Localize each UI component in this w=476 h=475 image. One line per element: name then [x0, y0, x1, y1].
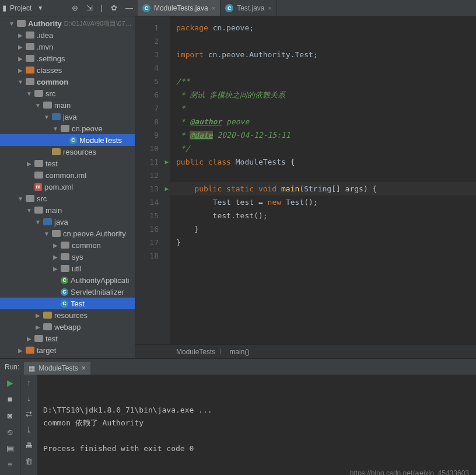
tree-node[interactable]: .mvn [0, 41, 135, 53]
tree-node[interactable]: src [0, 88, 135, 99]
tab-label: Test.java [237, 4, 264, 12]
tree-node[interactable]: main [0, 99, 135, 111]
tree-node[interactable]: cn.peove.Authority [0, 228, 135, 239]
tree-node[interactable]: sys [0, 251, 135, 263]
node-icon [26, 195, 34, 202]
tree-node[interactable]: CServletInitializer [0, 286, 135, 298]
layout-icon[interactable]: ▤ [6, 443, 14, 453]
close-icon[interactable]: × [268, 5, 272, 12]
node-icon: m [34, 183, 42, 191]
tree-node[interactable]: CTest [0, 298, 135, 309]
tree-node[interactable]: target [0, 344, 135, 356]
close-icon[interactable]: × [212, 5, 215, 12]
editor-tabs: CModuleTests.java×CTest.java× [138, 0, 476, 16]
down-icon[interactable]: ↓ [27, 394, 31, 403]
node-label: classes [37, 66, 62, 75]
gutter: 12345678910▶1112▶131415161718 [135, 16, 170, 344]
minimize-icon[interactable]: — [125, 4, 133, 12]
tree-node[interactable]: .settings [0, 53, 135, 64]
editor-tab[interactable]: CModuleTests.java× [138, 0, 220, 16]
node-icon: C [61, 300, 68, 308]
target-icon[interactable]: ⊕ [72, 4, 78, 12]
node-icon [43, 312, 52, 319]
more-icon[interactable]: ≡ [8, 460, 12, 469]
node-label: cn.peove.Authority [63, 229, 126, 238]
node-label: src [37, 194, 47, 203]
run-output[interactable]: D:\TTS10\jdk1.8.0_71\bin\java.exe ...com… [37, 375, 476, 475]
node-icon [61, 253, 69, 260]
tree-node[interactable]: mpom.xml [0, 181, 135, 193]
node-icon [26, 347, 34, 354]
class-icon: C [142, 4, 150, 12]
run-panel: Run: ▦ ModuleTests × ▶ ■ ◙ ⎋ ▤ ≡ ↑ ↓ ⇄ ⤓… [0, 358, 476, 475]
watermark: https://blog.csdn.net/weixin_45433603 [350, 467, 469, 475]
editor-tab[interactable]: CTest.java× [220, 0, 277, 16]
node-icon [61, 125, 69, 132]
node-icon [43, 218, 52, 225]
tree-node[interactable]: CModuleTests [0, 134, 135, 146]
tree-node[interactable]: common.iml [0, 169, 135, 181]
gear-icon[interactable]: ✿ [111, 4, 117, 12]
node-label: .idea [37, 31, 53, 40]
node-label: AuthorityApplicati [71, 276, 129, 285]
trash-icon[interactable]: 🗑 [25, 457, 33, 466]
close-icon[interactable]: × [82, 364, 86, 372]
tree-node[interactable]: classes [0, 64, 135, 76]
stop-icon[interactable]: ■ [8, 394, 12, 404]
tree-node[interactable]: test [0, 158, 135, 169]
node-label: .settings [37, 54, 65, 63]
tree-node[interactable]: main [0, 204, 135, 216]
breadcrumb-method[interactable]: main() [229, 348, 249, 356]
tree-node[interactable]: common [0, 239, 135, 251]
tree-node[interactable]: cn.peove [0, 123, 135, 134]
tree-node[interactable]: test [0, 333, 135, 344]
expand-icon[interactable]: ⇲ [86, 4, 93, 12]
project-label: Project [10, 4, 32, 12]
class-icon: C [225, 4, 233, 12]
project-header[interactable]: ▮ Project ▼ ⊕ ⇲ | ✿ — [2, 0, 138, 16]
code-editor[interactable]: package cn.peove; import cn.peove.Author… [170, 16, 476, 344]
node-icon [34, 207, 43, 214]
node-label: ServletInitializer [71, 288, 124, 296]
node-label: java [54, 218, 68, 226]
tree-node[interactable]: common [0, 76, 135, 88]
wrap-icon[interactable]: ⇄ [26, 410, 32, 418]
tree-node[interactable]: util [0, 263, 135, 274]
node-icon [52, 113, 61, 120]
node-label: .mvn [37, 43, 53, 51]
tree-node[interactable]: webapp [0, 321, 135, 333]
node-icon: C [69, 137, 77, 144]
node-label: util [72, 264, 82, 273]
tree-node[interactable]: java [0, 111, 135, 123]
chevron-down-icon: ▼ [37, 5, 43, 11]
tree-node[interactable]: .idea [0, 29, 135, 41]
node-icon [26, 67, 34, 74]
toolbar-top: ▮ Project ▼ ⊕ ⇲ | ✿ — CModuleTests.java×… [0, 0, 476, 16]
project-root[interactable]: Authority D:\01JAVA\90项目\07… [0, 18, 135, 29]
breadcrumb[interactable]: ModuleTests 〉 main() [135, 344, 476, 358]
breadcrumb-class[interactable]: ModuleTests [176, 348, 215, 356]
tree-node[interactable]: CAuthorityApplicati [0, 274, 135, 286]
node-icon [52, 230, 61, 237]
editor-area: 12345678910▶1112▶131415161718 package cn… [135, 16, 476, 358]
run-tools-left: ▶ ■ ◙ ⎋ ▤ ≡ [0, 375, 20, 475]
node-label: test [46, 159, 58, 168]
run-tab[interactable]: ▦ ModuleTests × [24, 362, 90, 375]
camera-icon[interactable]: ◙ [8, 411, 12, 420]
node-label: pom.xml [44, 183, 73, 191]
node-label: main [54, 101, 71, 110]
exit-icon[interactable]: ⎋ [8, 427, 12, 436]
tree-node[interactable]: src [0, 193, 135, 204]
play-icon[interactable]: ▶ [7, 378, 13, 387]
tree-node[interactable]: java [0, 216, 135, 228]
node-label: common [37, 78, 68, 86]
tree-node[interactable]: resources [0, 146, 135, 158]
up-icon[interactable]: ↑ [27, 378, 31, 387]
node-icon [43, 323, 52, 330]
node-label: cn.peove [72, 124, 103, 133]
scroll-icon[interactable]: ⤓ [26, 425, 32, 434]
chevron-right-icon: 〉 [219, 347, 226, 357]
tree-node[interactable]: resources [0, 309, 135, 321]
print-icon[interactable]: 🖶 [25, 441, 33, 450]
node-icon [34, 160, 43, 167]
